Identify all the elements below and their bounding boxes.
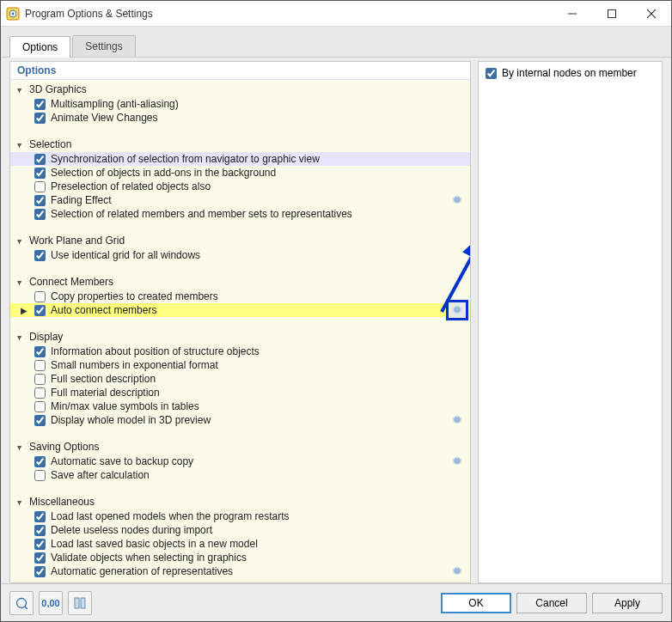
tab-options[interactable]: Options xyxy=(9,36,70,58)
option-row[interactable]: Validate objects when selecting in graph… xyxy=(10,551,470,564)
gear-icon[interactable] xyxy=(449,412,465,428)
option-checkbox[interactable] xyxy=(34,456,46,467)
options-panel: Options ▾3D GraphicsMultisampling (anti-… xyxy=(9,61,471,583)
option-row[interactable]: Selection of related members and member … xyxy=(10,207,470,221)
category-header[interactable]: ▾Display xyxy=(10,329,470,345)
option-row[interactable]: Fading Effect xyxy=(10,193,470,207)
option-checkbox[interactable] xyxy=(34,525,46,536)
category-header[interactable]: ▾Saving Options xyxy=(10,439,470,454)
options-tree[interactable]: ▾3D GraphicsMultisampling (anti-aliasing… xyxy=(10,80,470,582)
category-label: Connect Members xyxy=(29,276,113,288)
option-checkbox[interactable] xyxy=(34,154,46,165)
close-button[interactable] xyxy=(632,1,671,27)
chevron-down-icon: ▾ xyxy=(17,85,29,95)
help-button[interactable] xyxy=(9,591,34,615)
ok-button[interactable]: OK xyxy=(441,593,511,613)
option-label: Copy properties to created members xyxy=(51,290,218,302)
option-checkbox[interactable] xyxy=(34,470,46,481)
chevron-down-icon: ▾ xyxy=(17,236,29,246)
option-label: Save after calculation xyxy=(51,469,150,481)
option-label: Full section description xyxy=(51,373,156,385)
svg-line-14 xyxy=(25,607,27,609)
option-row[interactable]: Use identical grid for all windows xyxy=(10,248,470,262)
option-checkbox[interactable] xyxy=(34,250,46,261)
option-row[interactable]: Multisampling (anti-aliasing) xyxy=(10,97,470,111)
option-row[interactable]: Load last saved basic objects in a new m… xyxy=(10,537,470,551)
option-row[interactable]: Delete useless nodes during import xyxy=(10,523,470,537)
option-row[interactable]: Selection of objects in add-ons in the b… xyxy=(10,166,470,180)
option-label: Automatic save to backup copy xyxy=(51,455,193,467)
chevron-down-icon: ▾ xyxy=(17,442,29,452)
category-header[interactable]: ▾Miscellaneous xyxy=(10,494,470,509)
chevron-down-icon: ▾ xyxy=(17,140,29,149)
option-checkbox[interactable] xyxy=(34,539,46,550)
option-row[interactable]: ▶Auto connect members xyxy=(10,303,470,317)
option-row[interactable]: Copy properties to created members xyxy=(10,290,470,303)
option-checkbox[interactable] xyxy=(34,291,46,302)
tab-strip: Options Settings xyxy=(1,27,671,58)
option-checkbox[interactable] xyxy=(34,387,46,399)
maximize-button[interactable] xyxy=(592,1,632,27)
content-area: Options ▾3D GraphicsMultisampling (anti-… xyxy=(1,58,671,583)
option-label: Preselection of related objects also xyxy=(51,180,211,192)
svg-rect-15 xyxy=(75,598,79,608)
category-label: Saving Options xyxy=(29,441,99,453)
category-header[interactable]: ▾Work Plane and Grid xyxy=(10,233,470,248)
option-label: Validate objects when selecting in graph… xyxy=(51,552,247,564)
option-label: Automatic generation of representatives xyxy=(51,565,233,577)
option-label: Load last saved basic objects in a new m… xyxy=(51,538,258,550)
category-header[interactable]: ▾Connect Members xyxy=(10,274,470,290)
app-icon xyxy=(6,7,20,21)
gear-icon[interactable] xyxy=(449,192,465,208)
tab-settings[interactable]: Settings xyxy=(72,35,135,57)
active-row-indicator-icon: ▶ xyxy=(21,306,27,315)
option-row[interactable]: Full section description xyxy=(10,372,470,386)
option-checkbox[interactable] xyxy=(34,566,46,577)
option-checkbox[interactable] xyxy=(34,168,46,179)
category-label: Miscellaneous xyxy=(29,496,95,508)
option-row[interactable]: Save after calculation xyxy=(10,468,470,482)
defaults-button[interactable] xyxy=(68,591,92,615)
option-row[interactable]: Full material description xyxy=(10,386,470,399)
option-checkbox[interactable] xyxy=(34,181,46,192)
option-row[interactable]: Information about position of structure … xyxy=(10,345,470,358)
option-row[interactable]: Animate View Changes xyxy=(10,111,470,125)
by-internal-nodes-label: By internal nodes on member xyxy=(502,67,637,79)
option-checkbox[interactable] xyxy=(34,511,46,522)
cancel-button[interactable]: Cancel xyxy=(516,593,587,613)
category-header[interactable]: ▾3D Graphics xyxy=(10,82,470,97)
option-checkbox[interactable] xyxy=(34,401,46,412)
option-row[interactable]: Load last opened models when the program… xyxy=(10,509,470,523)
option-checkbox[interactable] xyxy=(34,346,46,357)
gear-icon[interactable] xyxy=(449,564,465,579)
chevron-down-icon: ▾ xyxy=(17,277,29,287)
option-row[interactable]: Automatic generation of representatives xyxy=(10,564,470,578)
detail-option-row[interactable]: By internal nodes on member xyxy=(486,67,655,79)
option-checkbox[interactable] xyxy=(34,305,46,316)
option-checkbox[interactable] xyxy=(34,209,46,220)
option-checkbox[interactable] xyxy=(34,99,46,110)
option-checkbox[interactable] xyxy=(34,360,46,371)
option-checkbox[interactable] xyxy=(34,113,46,124)
minimize-button[interactable] xyxy=(553,1,592,27)
option-checkbox[interactable] xyxy=(34,415,46,426)
option-row[interactable]: Automatic save to backup copy xyxy=(10,454,470,468)
by-internal-nodes-checkbox[interactable] xyxy=(486,68,497,79)
units-button[interactable]: 0,00 xyxy=(39,591,63,615)
option-label: Min/max value symbols in tables xyxy=(51,400,199,412)
category-label: Selection xyxy=(29,138,71,150)
apply-button[interactable]: Apply xyxy=(592,593,663,613)
option-row[interactable]: Synchronization of selection from naviga… xyxy=(10,152,470,166)
option-checkbox[interactable] xyxy=(34,552,46,564)
option-row[interactable]: Preselection of related objects also xyxy=(10,180,470,193)
option-row[interactable]: Display whole model in 3D preview xyxy=(10,413,470,427)
option-label: Full material description xyxy=(51,387,160,399)
option-label: Delete useless nodes during import xyxy=(51,524,212,536)
option-row[interactable]: Min/max value symbols in tables xyxy=(10,399,470,413)
category-header[interactable]: ▾Selection xyxy=(10,137,470,152)
option-checkbox[interactable] xyxy=(34,374,46,385)
gear-icon[interactable] xyxy=(449,454,465,469)
option-checkbox[interactable] xyxy=(34,195,46,206)
option-row[interactable]: Small numbers in exponential format xyxy=(10,358,470,372)
gear-icon[interactable] xyxy=(446,300,468,320)
